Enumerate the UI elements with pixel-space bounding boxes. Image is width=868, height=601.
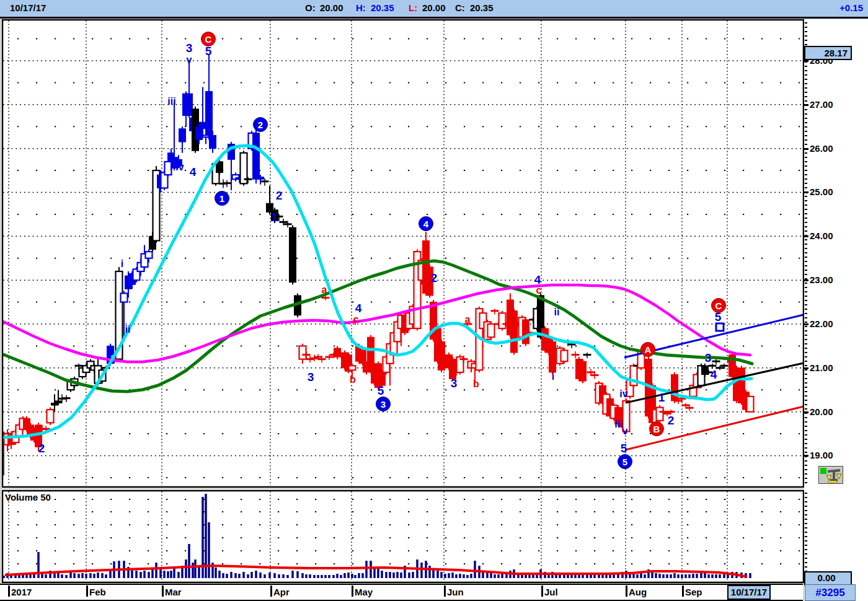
volume-bar [321, 575, 323, 578]
volume-bar [370, 561, 372, 578]
volume-bar [230, 572, 232, 578]
volume-bar [351, 574, 353, 578]
candle-body [747, 397, 754, 412]
volume-bar [459, 574, 461, 578]
wave-label-blue: 3 [451, 377, 458, 390]
price-axis-major-tick [804, 367, 808, 369]
volume-bar [140, 572, 142, 578]
volume-bar [69, 572, 72, 578]
volume-bar [692, 574, 694, 578]
volume-bar [309, 574, 311, 578]
volume-bar [448, 573, 450, 578]
month-label: Apr [273, 587, 290, 597]
volume-bar [381, 571, 383, 578]
volume-bar [684, 574, 687, 578]
wave-label-red: c [353, 314, 359, 325]
volume-bar [494, 574, 496, 578]
volume-bar [155, 563, 157, 578]
volume-bar [358, 573, 360, 578]
volume-bar [727, 574, 729, 578]
candle-body [561, 350, 568, 361]
volume-bar [135, 571, 138, 578]
volume-bar [466, 575, 469, 578]
volume-bar [688, 574, 691, 578]
volume-bar [65, 575, 68, 578]
candle-doji-body [491, 310, 499, 312]
volume-bar [101, 573, 104, 578]
price-axis-major-tick [804, 235, 808, 237]
candle-body [499, 313, 506, 328]
volume-bar [328, 575, 330, 578]
volume-bar [451, 572, 454, 578]
change-value: +0.15 [839, 2, 863, 13]
volume-bar [497, 574, 500, 578]
wave-label-blue: iv [619, 388, 627, 399]
scales-logo-button[interactable] [818, 466, 843, 484]
volume-bar [282, 574, 285, 578]
last-date-box: 10/17/17 [727, 585, 771, 600]
volume-bar [291, 571, 294, 578]
volume-bar [259, 572, 262, 578]
volume-bar [170, 571, 172, 578]
wave-label-blue: ii [125, 324, 131, 335]
time-axis: 2017FebMarAprMayJunJulAugSep 10/17/17 [0, 584, 803, 601]
volume-bar [719, 574, 721, 578]
volume-bar [420, 563, 423, 578]
wave-circle-red-text: A [645, 344, 652, 355]
wave-label-blue: 2 [276, 189, 283, 202]
candle-body [165, 162, 172, 175]
projection-square-marker [716, 323, 724, 331]
candle-body [186, 94, 193, 115]
volume-bar [192, 563, 194, 578]
price-pane-background[interactable] [2, 19, 804, 488]
volume-bar [662, 574, 665, 578]
candle-doji-body [303, 354, 311, 356]
candle-doji-body [716, 367, 724, 369]
price-axis-label: 19.00 [810, 450, 833, 460]
candle-doji-body [284, 223, 292, 225]
candle-body [349, 366, 356, 370]
candle-body [549, 341, 556, 372]
wave-circle-blue-text: 3 [381, 399, 386, 410]
high-value: 20.35 [371, 2, 394, 13]
month-tick [86, 586, 88, 597]
volume-chart[interactable] [2, 490, 804, 583]
price-axis-major-tick [804, 60, 808, 62]
volume-bar [89, 573, 92, 578]
volume-bar [81, 573, 84, 578]
wave-label-blue: 1 [658, 391, 665, 404]
volume-bar [167, 571, 169, 578]
wave-label-blue: 1 [272, 211, 278, 224]
volume-bar [45, 574, 47, 578]
volume-bar [658, 574, 661, 578]
candle-body [47, 410, 54, 423]
volume-bar [215, 568, 217, 578]
volume-bar [636, 574, 639, 578]
volume-bar [301, 573, 304, 578]
month-label: 2017 [11, 587, 32, 597]
wave-label-blue: i [552, 371, 554, 382]
candle-doji-body [682, 405, 690, 406]
month-tick [8, 586, 10, 597]
wave-label-blue: 4 [711, 368, 717, 381]
candle-doji-body [223, 182, 231, 184]
volume-bar [655, 573, 657, 578]
candle-doji-body [686, 407, 694, 409]
volume-bar [681, 574, 683, 578]
wave-label-red: a [465, 314, 471, 325]
wave-circle-red-text: C [205, 34, 212, 45]
volume-bar [670, 574, 672, 578]
volume-bar [218, 571, 221, 578]
volume-bar [389, 572, 391, 578]
volume-bar [505, 574, 508, 578]
volume-bar [238, 574, 241, 578]
price-axis-major-tick [804, 411, 808, 413]
price-chart[interactable]: 2iiiiiiiv3v5412345234iiiiiiivv512345acba… [2, 19, 804, 488]
price-axis-label: 20.00 [810, 406, 833, 417]
volume-bar [163, 571, 166, 578]
volume-bar [365, 561, 368, 578]
wave-circle-blue-text: 4 [423, 219, 429, 229]
volume-bar [463, 574, 465, 578]
wave-circle-blue-text: 5 [622, 457, 627, 467]
scales-logo-icon [819, 467, 843, 483]
